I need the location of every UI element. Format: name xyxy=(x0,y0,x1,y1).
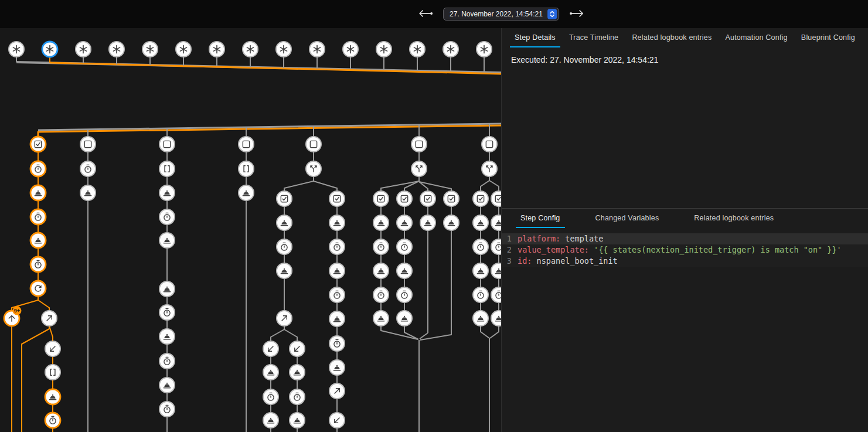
trigger-node[interactable] xyxy=(343,42,358,57)
service-node[interactable] xyxy=(45,389,60,404)
timer-node[interactable] xyxy=(159,353,175,369)
timer-node[interactable] xyxy=(329,287,345,302)
trigger-node[interactable] xyxy=(9,42,24,57)
cond-node[interactable] xyxy=(420,191,435,206)
trigger-node-selected[interactable] xyxy=(42,42,57,57)
trigger-node[interactable] xyxy=(410,42,425,57)
tab-trace-timeline[interactable]: Trace Timeline xyxy=(564,28,623,47)
service-node[interactable] xyxy=(329,263,345,278)
timer-node[interactable] xyxy=(491,287,501,302)
cond-node[interactable] xyxy=(329,191,345,206)
step-config-code[interactable]: 1 platform: template 2 value_template: '… xyxy=(502,233,868,267)
arrowur-node[interactable] xyxy=(42,311,57,326)
service-node[interactable] xyxy=(290,413,305,428)
square-node[interactable] xyxy=(411,137,427,152)
trigger-node[interactable] xyxy=(476,42,492,57)
tab-changed-variables[interactable]: Changed Variables xyxy=(591,209,664,228)
tab-config-related-logbook-entries[interactable]: Related logbook entries xyxy=(689,209,778,228)
tab-step-config[interactable]: Step Config xyxy=(516,209,565,228)
service-node[interactable] xyxy=(329,311,345,326)
callsplit-node[interactable] xyxy=(482,161,497,176)
service-node[interactable] xyxy=(277,263,292,278)
trigger-node[interactable] xyxy=(209,42,224,57)
timer-node[interactable] xyxy=(491,239,501,254)
arrowur-node[interactable] xyxy=(277,311,292,326)
service-node[interactable] xyxy=(159,185,175,200)
brackets-node[interactable] xyxy=(159,161,175,176)
service-node[interactable] xyxy=(373,311,389,326)
arrowdl-node[interactable] xyxy=(290,341,305,356)
timer-node[interactable] xyxy=(373,239,389,254)
service-node[interactable] xyxy=(373,263,389,278)
timer-node[interactable] xyxy=(329,239,345,254)
timer-node[interactable] xyxy=(329,336,345,351)
service-node[interactable] xyxy=(30,185,46,200)
next-trace-button[interactable] xyxy=(566,7,588,22)
brackets-node[interactable] xyxy=(45,365,60,380)
service-node[interactable] xyxy=(473,311,488,326)
arrowdl-node[interactable] xyxy=(329,413,345,428)
service-node[interactable] xyxy=(263,365,278,380)
brackets-node[interactable] xyxy=(239,161,254,176)
trigger-node[interactable] xyxy=(176,42,191,57)
square-node[interactable] xyxy=(482,137,497,152)
cond-node[interactable] xyxy=(491,191,501,206)
service-node[interactable] xyxy=(277,215,292,230)
timer-node[interactable] xyxy=(290,389,305,404)
service-node[interactable] xyxy=(159,329,175,344)
timer-node[interactable] xyxy=(159,209,175,224)
trigger-node[interactable] xyxy=(76,42,91,57)
trigger-node[interactable] xyxy=(276,42,291,57)
previous-trace-button[interactable] xyxy=(414,7,436,22)
tab-step-details[interactable]: Step Details xyxy=(510,28,560,47)
service-node[interactable] xyxy=(397,311,412,326)
trace-timestamp-select[interactable]: 27. November 2022, 14:54:21 xyxy=(443,8,559,21)
cond-node[interactable] xyxy=(444,191,459,206)
service-node[interactable] xyxy=(263,413,278,428)
timer-node[interactable] xyxy=(373,287,389,302)
tab-blueprint-config[interactable]: Blueprint Config xyxy=(796,28,860,47)
service-node[interactable] xyxy=(290,365,305,380)
service-node[interactable] xyxy=(397,263,412,278)
timer-node[interactable] xyxy=(397,287,412,302)
repeat-node[interactable] xyxy=(30,281,46,296)
service-node[interactable] xyxy=(491,263,501,278)
service-node[interactable] xyxy=(473,215,488,230)
tab-automation-config[interactable]: Automation Config xyxy=(720,28,792,47)
trace-graph-pane[interactable]: 9+ xyxy=(0,28,501,432)
trigger-node[interactable] xyxy=(309,42,325,57)
timer-node[interactable] xyxy=(80,161,96,176)
service-node[interactable] xyxy=(159,281,175,297)
service-node[interactable] xyxy=(491,215,501,230)
trigger-node[interactable] xyxy=(243,42,258,57)
cond-node[interactable] xyxy=(30,137,46,152)
timer-node[interactable] xyxy=(30,257,46,272)
service-node[interactable] xyxy=(491,311,501,326)
timer-node[interactable] xyxy=(473,287,488,302)
square-node[interactable] xyxy=(306,137,321,152)
service-node[interactable] xyxy=(329,215,345,230)
timer-node[interactable] xyxy=(159,402,175,417)
cond-node[interactable] xyxy=(397,191,412,206)
square-node[interactable] xyxy=(159,137,175,152)
arrowur-node[interactable] xyxy=(329,383,345,399)
service-node[interactable] xyxy=(159,377,175,393)
timer-node[interactable] xyxy=(277,239,292,254)
service-node[interactable] xyxy=(80,185,96,200)
timer-node[interactable] xyxy=(30,161,46,176)
service-node[interactable] xyxy=(420,215,435,230)
arrowdl-node[interactable] xyxy=(263,341,278,356)
service-node[interactable] xyxy=(239,185,254,200)
arrowdl-node[interactable] xyxy=(45,341,60,356)
timer-node[interactable] xyxy=(45,413,60,428)
service-node[interactable] xyxy=(397,215,412,230)
tab-related-logbook-entries[interactable]: Related logbook entries xyxy=(627,28,716,47)
trigger-node[interactable] xyxy=(109,42,124,57)
service-node[interactable] xyxy=(30,233,46,248)
square-node[interactable] xyxy=(80,137,96,152)
service-node[interactable] xyxy=(159,233,175,248)
cond-node[interactable] xyxy=(373,191,389,206)
cond-node[interactable] xyxy=(473,191,488,206)
callsplit-node[interactable] xyxy=(306,161,321,176)
callsplit-node[interactable] xyxy=(411,161,427,176)
